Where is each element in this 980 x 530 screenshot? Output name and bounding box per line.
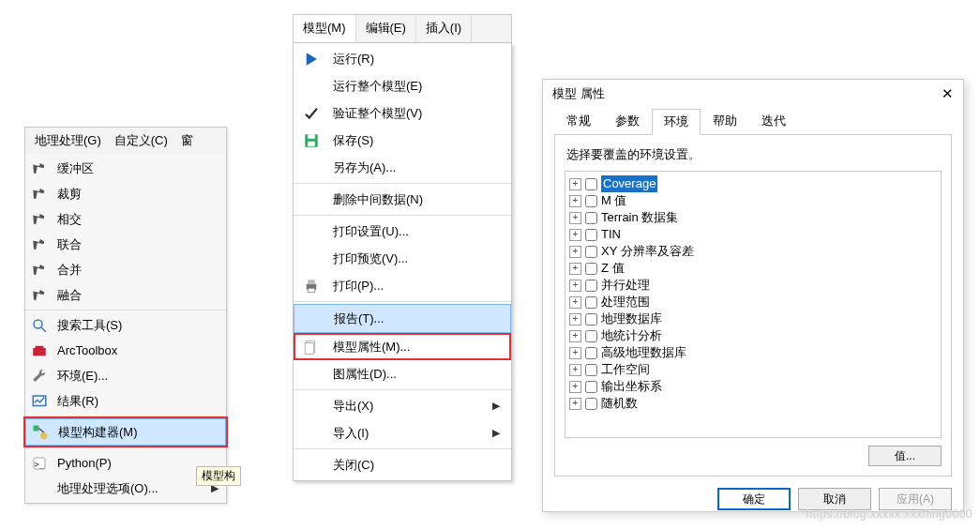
menu-item-search[interactable]: 搜索工具(S) <box>25 312 226 338</box>
tree-row[interactable]: +随机数 <box>567 395 939 412</box>
menu-item[interactable]: 模型属性(M)... <box>294 333 511 360</box>
svg-rect-2 <box>33 348 46 356</box>
menu-customize[interactable]: 自定义(C) <box>109 130 173 151</box>
menu-item[interactable]: 图属性(D)... <box>294 360 511 387</box>
tree-row[interactable]: +并行处理 <box>567 277 939 294</box>
tree-label: Z 值 <box>601 260 625 277</box>
menu-item[interactable]: 打印预览(V)... <box>294 245 511 272</box>
expand-icon[interactable]: + <box>569 280 581 292</box>
values-button[interactable]: 值... <box>868 446 942 466</box>
tree-checkbox[interactable] <box>585 398 597 410</box>
expand-icon[interactable]: + <box>569 178 581 190</box>
menu-window[interactable]: 窗 <box>175 130 199 151</box>
tree-row[interactable]: +处理范围 <box>567 294 939 310</box>
tree-checkbox[interactable] <box>585 381 597 393</box>
expand-icon[interactable]: + <box>569 246 581 258</box>
menu-item[interactable]: 验证整个模型(V) <box>294 99 511 127</box>
expand-icon[interactable]: + <box>569 263 581 275</box>
label: 打印(P)... <box>333 278 384 295</box>
menu-item-buffer[interactable]: 缓冲区 <box>25 156 226 181</box>
tree-checkbox[interactable] <box>585 296 597 309</box>
expand-icon[interactable]: + <box>569 347 581 359</box>
ok-button[interactable]: 确定 <box>717 488 791 510</box>
close-icon[interactable]: ✕ <box>942 85 954 102</box>
expand-icon[interactable]: + <box>569 229 581 241</box>
tree-label: Coverage <box>601 175 657 192</box>
expand-icon[interactable]: + <box>569 330 581 342</box>
menu-item[interactable]: 关闭(C) <box>294 451 511 478</box>
tab-2[interactable]: 环境 <box>652 109 701 135</box>
props-icon <box>301 339 322 356</box>
env-tree[interactable]: +Coverage+M 值+Terrain 数据集+TIN+XY 分辨率及容差+… <box>565 171 942 438</box>
tree-checkbox[interactable] <box>585 178 597 190</box>
menu-item[interactable]: 导出(X)▶ <box>294 392 511 419</box>
tree-checkbox[interactable] <box>585 195 597 207</box>
model-menu: 模型(M) 编辑(E) 插入(I) 运行(R)运行整个模型(E)验证整个模型(V… <box>293 14 512 481</box>
tree-checkbox[interactable] <box>585 246 597 258</box>
tree-row[interactable]: +XY 分辨率及容差 <box>567 243 939 260</box>
label: 关闭(C) <box>333 457 374 474</box>
menu-item[interactable]: 导入(I)▶ <box>294 419 511 447</box>
label: Python(P) <box>57 456 112 470</box>
tree-row[interactable]: +地理数据库 <box>567 310 939 327</box>
tree-row[interactable]: +输出坐标系 <box>567 378 939 395</box>
tree-row[interactable]: +高级地理数据库 <box>567 344 939 361</box>
menu-model[interactable]: 模型(M) <box>294 15 356 42</box>
chevron-right-icon: ▶ <box>492 427 500 439</box>
expand-icon[interactable]: + <box>569 195 581 207</box>
menu-item-environments[interactable]: 环境(E)... <box>25 363 226 388</box>
tree-checkbox[interactable] <box>585 263 597 275</box>
tree-row[interactable]: +地统计分析 <box>567 327 939 344</box>
menu-item-results[interactable]: 结果(R) <box>25 388 226 414</box>
expand-icon[interactable]: + <box>569 313 581 326</box>
tree-checkbox[interactable] <box>585 330 597 342</box>
hammer-icon <box>31 186 48 203</box>
tree-row[interactable]: +Terrain 数据集 <box>567 209 939 226</box>
tree-row[interactable]: +工作空间 <box>567 361 939 378</box>
tree-label: 工作空间 <box>601 361 650 378</box>
tab-0[interactable]: 常规 <box>554 108 603 134</box>
watermark: https://blog.xxxxx.xxx/ling0000 <box>806 507 972 521</box>
menu-item[interactable]: 报告(T)... <box>294 304 511 333</box>
expand-icon[interactable]: + <box>569 398 581 410</box>
menu-edit[interactable]: 编辑(E) <box>356 15 416 42</box>
expand-icon[interactable]: + <box>569 381 581 393</box>
separator <box>25 447 226 448</box>
expand-icon[interactable]: + <box>569 212 581 224</box>
print-icon <box>301 278 322 295</box>
menu-item-clip[interactable]: 裁剪 <box>25 181 226 206</box>
tab-3[interactable]: 帮助 <box>701 108 749 134</box>
tree-checkbox[interactable] <box>585 229 597 241</box>
separator <box>294 183 511 184</box>
separator <box>25 310 226 310</box>
tree-checkbox[interactable] <box>585 313 597 326</box>
tree-checkbox[interactable] <box>585 280 597 292</box>
expand-icon[interactable]: + <box>569 364 581 376</box>
tree-checkbox[interactable] <box>585 347 597 359</box>
menu-item-union[interactable]: 联合 <box>25 232 226 257</box>
menu-item-dissolve[interactable]: 融合 <box>25 282 226 308</box>
tab-1[interactable]: 参数 <box>603 108 652 134</box>
menu-geoprocessing[interactable]: 地理处理(G) <box>29 130 107 151</box>
menu-item-intersect[interactable]: 相交 <box>25 206 226 232</box>
toolbox-icon <box>31 342 48 359</box>
menu-item[interactable]: 运行整个模型(E) <box>294 72 511 99</box>
tree-row[interactable]: +Coverage <box>567 175 939 192</box>
menu-item-model-builder[interactable]: 模型构建器(M) <box>25 418 226 446</box>
menu-item-merge[interactable]: 合并 <box>25 257 226 282</box>
tree-checkbox[interactable] <box>585 364 597 376</box>
menu-item[interactable]: 删除中间数据(N) <box>294 186 511 213</box>
tree-row[interactable]: +TIN <box>567 226 939 243</box>
menu-item[interactable]: 运行(R) <box>294 45 511 72</box>
menu-insert[interactable]: 插入(I) <box>416 15 472 42</box>
tree-checkbox[interactable] <box>585 212 597 224</box>
tree-row[interactable]: +M 值 <box>567 192 939 209</box>
menu-item[interactable]: 打印(P)... <box>294 272 511 299</box>
menu-item[interactable]: 另存为(A)... <box>294 154 511 181</box>
menu-item-arctoolbox[interactable]: ArcToolbox <box>25 338 226 363</box>
tab-4[interactable]: 迭代 <box>749 108 798 134</box>
expand-icon[interactable]: + <box>569 296 581 309</box>
menu-item[interactable]: 打印设置(U)... <box>294 218 511 245</box>
tree-row[interactable]: +Z 值 <box>567 260 939 277</box>
menu-item[interactable]: 保存(S) <box>294 127 511 154</box>
